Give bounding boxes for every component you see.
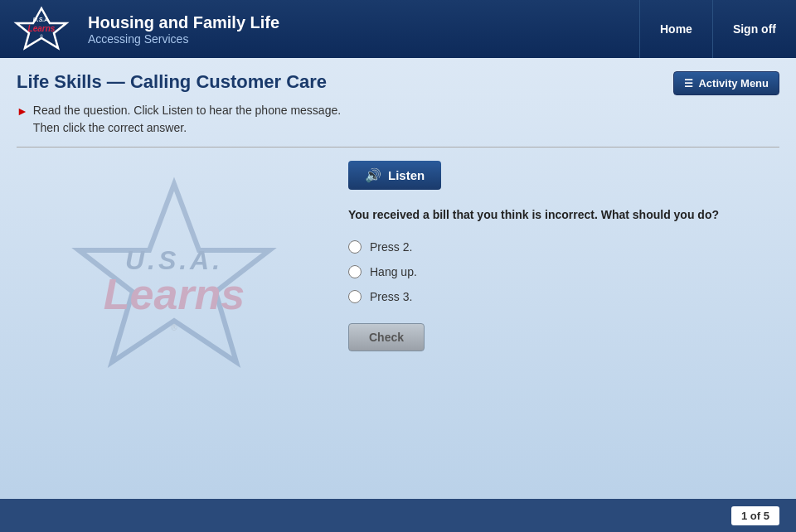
option-1[interactable]: Press 2.	[348, 240, 779, 254]
instructions-line1: Read the question. Click Listen to hear …	[33, 104, 341, 117]
speaker-icon: 🔊	[365, 167, 381, 183]
check-button[interactable]: Check	[348, 323, 425, 351]
watermark-learns-text: Learns	[104, 269, 245, 319]
content-area: Life Skills — Calling Customer Care ☰ Ac…	[0, 58, 796, 532]
arrow-icon: ►	[17, 103, 28, 120]
instructions-line2: Then click the correct answer.	[33, 121, 187, 134]
menu-icon: ☰	[684, 78, 693, 89]
activity-menu-label: Activity Menu	[698, 77, 769, 89]
header-title-main: Housing and Family Life	[88, 13, 279, 32]
top-section: Life Skills — Calling Customer Care ☰ Ac…	[17, 71, 779, 95]
page-indicator: 1 of 5	[731, 506, 779, 525]
option-2[interactable]: Hang up.	[348, 265, 779, 278]
options-group: Press 2. Hang up. Press 3.	[348, 240, 779, 303]
radio-opt2[interactable]	[348, 265, 362, 278]
watermark-area: U.S.A. Learns ®	[17, 161, 332, 409]
activity-menu-button[interactable]: ☰ Activity Menu	[673, 71, 779, 95]
instructions-text: Read the question. Click Listen to hear …	[33, 102, 341, 137]
radio-opt1[interactable]	[348, 240, 362, 254]
svg-text:Learns: Learns	[28, 24, 56, 33]
option-1-label[interactable]: Press 2.	[370, 240, 412, 254]
option-3[interactable]: Press 3.	[348, 290, 779, 303]
question-area: 🔊 Listen You received a bill that you th…	[348, 161, 779, 351]
option-2-label[interactable]: Hang up.	[370, 265, 417, 278]
logo-area: U.S.A. Learns ® Housing and Family Life …	[8, 5, 639, 53]
header-title-sub: Accessing Services	[88, 32, 279, 46]
watermark-registered: ®	[171, 323, 177, 332]
usa-learns-logo: U.S.A. Learns ®	[8, 5, 75, 53]
header-nav: Home Sign off	[639, 0, 796, 58]
header: U.S.A. Learns ® Housing and Family Life …	[0, 0, 796, 58]
header-titles: Housing and Family Life Accessing Servic…	[88, 13, 279, 46]
home-link[interactable]: Home	[639, 0, 712, 58]
svg-text:U.S.A.: U.S.A.	[33, 17, 51, 22]
watermark-text: U.S.A. Learns ®	[104, 245, 245, 334]
watermark-star: U.S.A. Learns ®	[66, 176, 282, 394]
svg-text:®: ®	[40, 34, 43, 39]
activity-area: U.S.A. Learns ® 🔊 Listen You received a …	[17, 161, 779, 409]
listen-button[interactable]: 🔊 Listen	[348, 161, 441, 190]
radio-opt3[interactable]	[348, 290, 362, 303]
footer: 1 of 5	[0, 499, 796, 532]
page-title: Life Skills — Calling Customer Care	[17, 71, 327, 93]
divider	[17, 147, 779, 148]
instructions: ► Read the question. Click Listen to hea…	[17, 102, 779, 137]
signoff-link[interactable]: Sign off	[712, 0, 796, 58]
question-text: You received a bill that you think is in…	[348, 206, 779, 224]
option-3-label[interactable]: Press 3.	[370, 290, 412, 303]
listen-label: Listen	[388, 168, 425, 182]
